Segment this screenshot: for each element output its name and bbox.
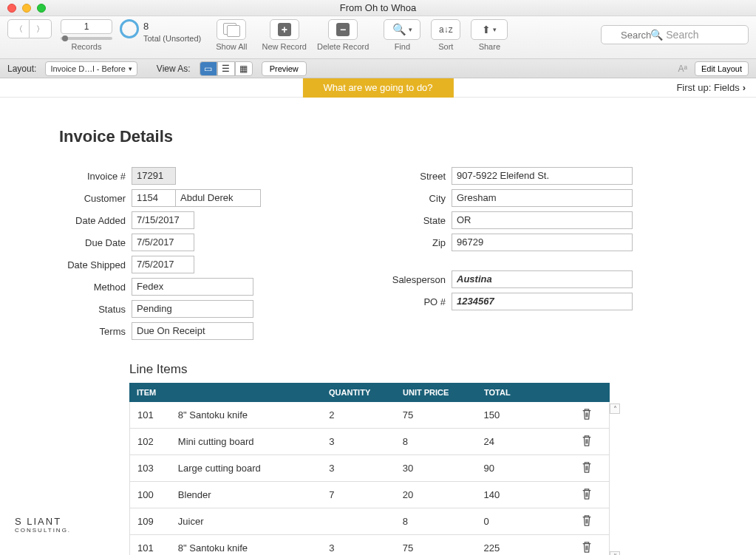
date-shipped-field[interactable]: 7/5/2017 xyxy=(132,256,194,273)
due-date-label: Due Date xyxy=(59,237,126,248)
po-field[interactable]: 1234567 xyxy=(452,293,633,310)
find-button[interactable]: 🔍 ▾ xyxy=(384,19,420,40)
item-total-cell: 225 xyxy=(484,542,573,554)
page-title: Invoice Details xyxy=(59,127,756,146)
status-field[interactable]: Pending xyxy=(132,300,253,318)
search-icon: 🔍 xyxy=(392,23,406,36)
zip-label: Zip xyxy=(379,237,446,248)
record-pie-icon xyxy=(120,19,139,38)
scroll-up-icon[interactable]: ˄ xyxy=(610,404,620,414)
view-list-button[interactable]: ☰ xyxy=(217,61,235,76)
zip-field[interactable]: 96729 xyxy=(452,234,633,251)
customer-name-field[interactable]: Abdul Derek xyxy=(176,189,261,207)
preview-button[interactable]: Preview xyxy=(262,61,307,76)
prev-record-button[interactable]: 〈 xyxy=(7,19,30,38)
banner-message: What are we going to do? xyxy=(302,78,453,98)
item-name-cell: Juicer xyxy=(178,516,329,527)
next-record-button[interactable]: 〉 xyxy=(30,19,52,38)
invoice-no-label: Invoice # xyxy=(59,171,126,182)
method-field[interactable]: Fedex xyxy=(132,278,253,296)
record-slider[interactable] xyxy=(61,37,112,40)
item-id-cell: 103 xyxy=(137,463,178,474)
right-form-column: Street 907-5922 Eleifend St. City Gresha… xyxy=(379,167,633,344)
delete-record-button[interactable]: − xyxy=(328,19,358,40)
toolbar: 〈 〉 1 Records 8 Total (Unsorted) Show Al… xyxy=(0,16,756,59)
customer-label: Customer xyxy=(59,193,126,204)
table-row[interactable]: 1018" Santoku knife375225 xyxy=(130,535,609,555)
layout-label: Layout: xyxy=(7,64,36,74)
city-field[interactable]: Gresham xyxy=(452,189,633,207)
item-name-cell: Mini cutting board xyxy=(178,436,329,447)
item-name-cell: 8" Santoku knife xyxy=(178,542,329,554)
item-qty-cell: 3 xyxy=(329,436,403,447)
item-total-cell: 140 xyxy=(484,489,573,500)
table-row[interactable]: 109Juicer80 xyxy=(130,508,609,535)
item-id-cell: 101 xyxy=(137,409,178,420)
chevron-right-icon: › xyxy=(743,82,746,93)
layout-dropdown[interactable]: Invoice D…l - Before▾ xyxy=(45,61,137,76)
new-record-button[interactable]: + xyxy=(270,19,299,40)
due-date-field[interactable]: 7/5/2017 xyxy=(132,234,194,251)
col-total-header: TOTAL xyxy=(484,388,573,397)
item-unit-cell: 8 xyxy=(403,436,484,447)
table-header: ITEM QUANTITY UNIT PRICE TOTAL xyxy=(129,383,610,402)
col-item-header: ITEM xyxy=(137,388,329,397)
new-record-label: New Record xyxy=(262,42,307,51)
trash-icon xyxy=(581,438,593,449)
content: Invoice Details Invoice # 17291 Customer… xyxy=(0,98,756,555)
table-scrollbar[interactable]: ˄ ˅ xyxy=(610,404,622,555)
table-row[interactable]: 103Large cutting board33090 xyxy=(130,455,609,482)
terms-field[interactable]: Due On Receipt xyxy=(132,322,253,340)
item-qty-cell: 3 xyxy=(329,542,403,554)
delete-row-button[interactable] xyxy=(572,540,602,555)
edit-layout-button[interactable]: Edit Layout xyxy=(695,61,749,76)
delete-row-button[interactable] xyxy=(572,460,602,476)
record-index[interactable]: 1 xyxy=(61,19,112,34)
item-total-cell: 90 xyxy=(484,463,573,474)
item-qty-cell: 2 xyxy=(329,409,403,420)
line-items-table: ITEM QUANTITY UNIT PRICE TOTAL 1018" San… xyxy=(129,383,610,555)
show-all-button[interactable] xyxy=(217,19,246,40)
customer-id-field[interactable]: 1154 xyxy=(132,189,176,207)
table-row[interactable]: 100Blender720140 xyxy=(130,482,609,508)
share-button[interactable]: ⬆ ▾ xyxy=(471,19,508,40)
trash-icon xyxy=(581,518,593,529)
table-row[interactable]: 1018" Santoku knife275150 xyxy=(130,402,609,429)
state-label: State xyxy=(379,215,446,226)
stack-icon xyxy=(223,23,239,36)
item-name-cell: 8" Santoku knife xyxy=(178,409,329,420)
view-table-button[interactable]: ▦ xyxy=(235,61,253,76)
trash-icon xyxy=(581,465,593,476)
delete-row-button[interactable] xyxy=(572,434,602,449)
street-field[interactable]: 907-5922 Eleifend St. xyxy=(452,167,633,185)
delete-row-button[interactable] xyxy=(572,487,602,503)
item-total-cell: 24 xyxy=(484,436,573,447)
delete-row-button[interactable] xyxy=(572,407,602,423)
date-added-field[interactable]: 7/15/2017 xyxy=(132,211,194,229)
status-label: Status xyxy=(59,304,126,315)
item-unit-cell: 75 xyxy=(403,542,484,554)
item-qty-cell: 3 xyxy=(329,463,403,474)
salesperson-field[interactable]: Austina xyxy=(452,270,633,288)
item-unit-cell: 75 xyxy=(403,409,484,420)
item-name-cell: Blender xyxy=(178,489,329,500)
line-items-title: Line Items xyxy=(129,362,756,377)
state-field[interactable]: OR xyxy=(452,211,633,229)
banner-next-link[interactable]: First up: Fields › xyxy=(676,82,756,93)
record-count-text: 8 Total (Unsorted) xyxy=(143,21,201,44)
table-row[interactable]: 102Mini cutting board3824 xyxy=(130,429,609,455)
text-format-button[interactable]: Aª xyxy=(678,64,687,74)
records-label: Records xyxy=(72,42,102,51)
statusbar: Layout: Invoice D…l - Before▾ View As: ▭… xyxy=(0,59,756,78)
salesperson-label: Salesperson xyxy=(379,274,446,285)
col-unit-header: UNIT PRICE xyxy=(403,388,484,397)
view-form-button[interactable]: ▭ xyxy=(200,61,217,76)
item-unit-cell: 8 xyxy=(403,516,484,527)
sort-button[interactable]: a↓z xyxy=(431,19,460,40)
search-input[interactable] xyxy=(601,25,749,44)
item-id-cell: 109 xyxy=(137,516,178,527)
scroll-down-icon[interactable]: ˅ xyxy=(610,551,620,555)
delete-row-button[interactable] xyxy=(572,514,602,529)
share-label: Share xyxy=(479,42,500,51)
soliant-logo: S LIANT CONSULTING. xyxy=(15,516,71,534)
